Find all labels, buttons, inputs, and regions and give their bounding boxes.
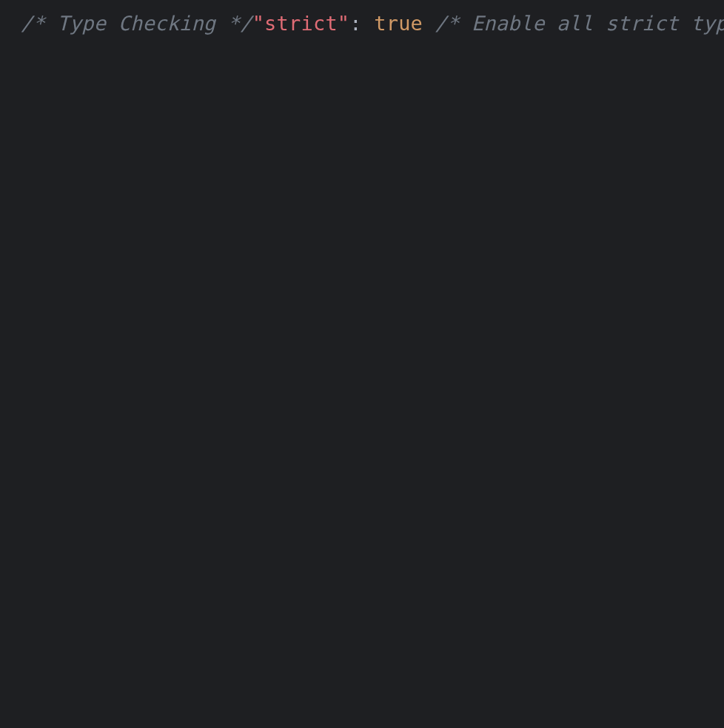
active-config-line: "strict": true /* Enable all strict type…	[252, 12, 724, 35]
json-key-strict: "strict"	[252, 12, 350, 35]
code-editor[interactable]: /* Type Checking */"strict": true /* Ena…	[0, 0, 724, 41]
json-colon: :	[349, 12, 374, 35]
section-comment: /* Type Checking */	[21, 12, 252, 35]
json-value-true: true	[374, 12, 423, 35]
trailing-comment: /* Enable all strict type-checking	[423, 12, 724, 35]
